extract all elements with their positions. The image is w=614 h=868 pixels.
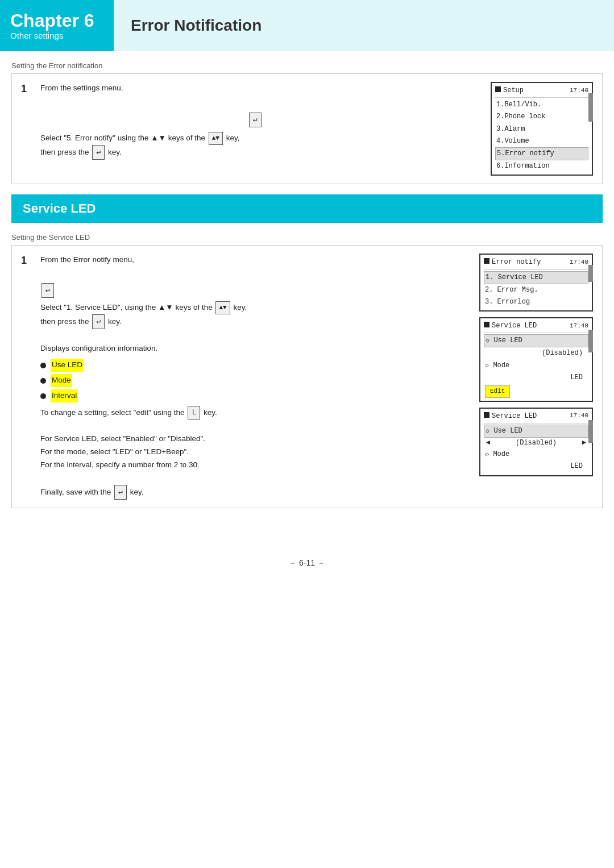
service-led-screens: Error notify 17:40 1. Service LED 2. Err… bbox=[479, 254, 593, 476]
sl2-edit-btn: Edit bbox=[485, 385, 510, 398]
enter-key-icon2: ↵ bbox=[92, 145, 105, 160]
bullet-interval: Interval bbox=[40, 389, 470, 402]
sl-line1: From the Error notify menu, bbox=[40, 254, 470, 267]
sl3-right-arrow: ► bbox=[582, 438, 586, 448]
enter-key-icon: ↵ bbox=[249, 113, 262, 127]
sl-enter-key2: ↵ bbox=[92, 314, 105, 329]
sl3-screen-title: Service LED bbox=[492, 412, 537, 420]
step1-text: From the settings menu, ↵ Select "5. Err… bbox=[40, 82, 470, 160]
sl3-use-led: ☼ Use LED bbox=[484, 425, 588, 438]
page-content: Setting the Error notification 1 From th… bbox=[0, 61, 614, 535]
bullet-label-use-led: Use LED bbox=[51, 359, 84, 372]
sl2-scrollbar bbox=[588, 330, 593, 352]
sl-l-key: L bbox=[188, 406, 200, 420]
en-row-2: 2. Error Msg. bbox=[484, 284, 588, 296]
en-row-1: 1. Service LED bbox=[484, 271, 588, 284]
en-screen-time: 17:40 bbox=[570, 258, 588, 268]
setup-screen-wrapper: Setup 17:40 1.Bell/Vib. 2.Phone lock 3.A… bbox=[491, 82, 593, 176]
sl2-screen-header: Service LED 17:40 bbox=[484, 321, 588, 333]
sl-line4: then press the ↵ key. bbox=[40, 314, 470, 329]
sl-nav-key: ▲▼ bbox=[215, 301, 230, 314]
sl-line8: To change a setting, select "edit" using… bbox=[40, 406, 470, 420]
sl-enter-key3: ↵ bbox=[114, 485, 127, 500]
service-led-screen2-wrapper: Service LED 17:40 ☼ Use LED (Disabled) ☼… bbox=[479, 317, 593, 402]
section-title: Error Notification bbox=[131, 16, 262, 35]
service-led-screen3-wrapper: Service LED 17:40 ☼ Use LED ◄ (Disabled)… bbox=[479, 408, 593, 476]
sl-line12: For the mode, select "LED" or "LED+Beep"… bbox=[40, 446, 470, 459]
section-header: Error Notification bbox=[114, 0, 614, 51]
sl3-disabled-row: ◄ (Disabled) ► bbox=[484, 438, 588, 448]
screen-time: 17:40 bbox=[570, 86, 588, 96]
step-number-1: 1 bbox=[21, 83, 31, 95]
en-scrollbar bbox=[588, 265, 593, 282]
error-notify-screen: Error notify 17:40 1. Service LED 2. Err… bbox=[479, 254, 593, 312]
sl3-screen-time: 17:40 bbox=[570, 411, 588, 421]
sl2-screen-icon bbox=[484, 322, 489, 327]
sl-line15: Finally, save with the ↵ key. bbox=[40, 485, 470, 500]
page-footer: － 6-11 － bbox=[0, 553, 614, 574]
screen-icon bbox=[495, 86, 501, 92]
sl-bullet-list: Use LED Mode Interval bbox=[40, 359, 470, 402]
sl3-scrollbar bbox=[588, 420, 593, 443]
sl3-mode: ☼ Mode bbox=[484, 448, 588, 460]
bullet-dot-3 bbox=[40, 393, 46, 399]
service-led-step1-text: From the Error notify menu, ↵ Select "1.… bbox=[40, 254, 470, 500]
step1-key-row: ↵ bbox=[40, 113, 470, 127]
screen-row-4: 4.Volume bbox=[495, 135, 588, 147]
error-notify-screen-wrapper: Error notify 17:40 1. Service LED 2. Err… bbox=[479, 254, 593, 312]
screen-title: Setup bbox=[503, 86, 524, 94]
nav-key-icon: ▲▼ bbox=[209, 132, 223, 145]
chapter-title: Chapter 6 bbox=[10, 11, 103, 31]
en-screen-header: Error notify 17:40 bbox=[484, 257, 588, 269]
sl3-disabled-val: (Disabled) bbox=[516, 438, 557, 448]
scrollbar bbox=[588, 93, 593, 122]
service-led-label: Setting the Service LED bbox=[11, 233, 603, 242]
bullet-use-led: Use LED bbox=[40, 359, 470, 372]
sl2-mode: ☼ Mode bbox=[484, 360, 588, 372]
sl-key-row: ↵ bbox=[40, 283, 470, 298]
setup-screen: Setup 17:40 1.Bell/Vib. 2.Phone lock 3.A… bbox=[491, 82, 593, 176]
service-led-screen2: Service LED 17:40 ☼ Use LED (Disabled) ☼… bbox=[479, 317, 593, 402]
sl2-screen-time: 17:40 bbox=[570, 321, 588, 331]
bullet-dot-2 bbox=[40, 378, 46, 384]
chapter-block: Chapter 6 Other settings bbox=[0, 0, 114, 51]
step1-line2: Select "5. Error notify" using the ▲▼ ke… bbox=[40, 132, 470, 145]
en-row-3: 3. Errorlog bbox=[484, 296, 588, 308]
step-number-sl1: 1 bbox=[21, 255, 31, 267]
bullet-mode: Mode bbox=[40, 374, 470, 387]
en-screen-icon bbox=[484, 258, 489, 264]
error-notification-label: Setting the Error notification bbox=[11, 61, 603, 70]
sl2-disabled: (Disabled) bbox=[484, 347, 588, 359]
error-notification-step1: 1 From the settings menu, ↵ Select "5. E… bbox=[11, 73, 603, 184]
bullet-dot-1 bbox=[40, 363, 46, 368]
step1-line4: then press the ↵ key. bbox=[40, 145, 470, 160]
page-number: － 6-11 － bbox=[289, 558, 325, 567]
en-screen-title: Error notify bbox=[492, 258, 541, 266]
screen-header: Setup 17:40 bbox=[495, 85, 588, 98]
sl2-mode-val: LED bbox=[484, 372, 588, 384]
bullet-label-mode: Mode bbox=[51, 374, 72, 387]
step1-line1: From the settings menu, bbox=[40, 82, 470, 95]
sl-line13: For the interval, specify a number from … bbox=[40, 459, 470, 472]
screen-row-2: 2.Phone lock bbox=[495, 111, 588, 123]
screen-row-3: 3.Alarm bbox=[495, 123, 588, 135]
sl2-edit-row: Edit bbox=[484, 384, 588, 398]
screen-row-6: 6.Information bbox=[495, 160, 588, 172]
sl3-screen-header: Service LED 17:40 bbox=[484, 411, 588, 423]
service-led-banner: Service LED bbox=[11, 194, 603, 223]
sl3-left-arrow: ◄ bbox=[486, 438, 490, 448]
service-led-screen3: Service LED 17:40 ☼ Use LED ◄ (Disabled)… bbox=[479, 408, 593, 476]
sl-enter-key: ↵ bbox=[42, 283, 54, 298]
chapter-subtitle: Other settings bbox=[10, 31, 103, 40]
sl3-screen-icon bbox=[484, 412, 489, 418]
step1-screen-area: Setup 17:40 1.Bell/Vib. 2.Phone lock 3.A… bbox=[479, 82, 593, 176]
service-led-step1: 1 From the Error notify menu, ↵ Select "… bbox=[11, 245, 603, 508]
page-header: Chapter 6 Other settings Error Notificat… bbox=[0, 0, 614, 51]
sl-line2: Select "1. Service LED", using the ▲▼ ke… bbox=[40, 301, 470, 314]
screen-row-1: 1.Bell/Vib. bbox=[495, 99, 588, 111]
sl2-use-led: ☼ Use LED bbox=[484, 334, 588, 347]
sl2-screen-title: Service LED bbox=[492, 322, 537, 330]
bullet-label-interval: Interval bbox=[51, 389, 78, 402]
sl-line11: For Service LED, select "Enabled" or "Di… bbox=[40, 433, 470, 446]
screen-row-5-highlighted: 5.Error notify bbox=[495, 147, 588, 160]
